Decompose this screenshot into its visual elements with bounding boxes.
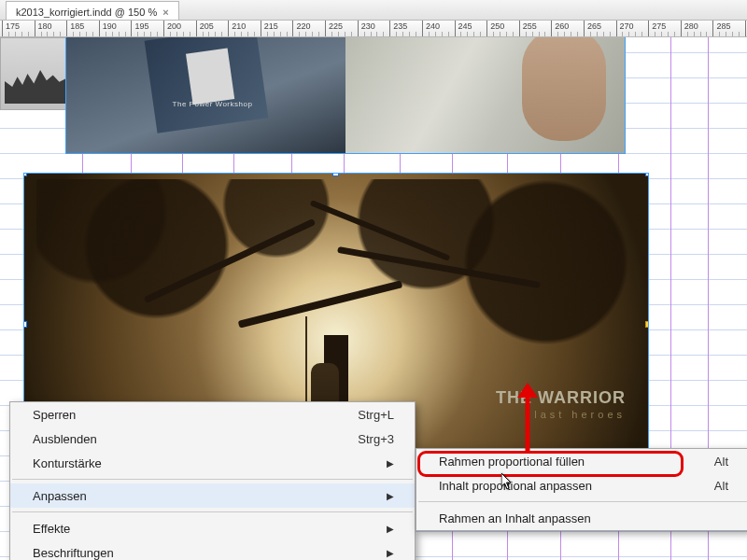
menu-separator <box>12 511 413 512</box>
resize-handle[interactable] <box>645 173 649 176</box>
menu-item-shortcut: Strg+3 <box>320 432 394 446</box>
resize-handle[interactable] <box>23 321 27 328</box>
panel-thumbnail <box>0 37 73 110</box>
menu-item-label: Sperren <box>33 408 76 422</box>
menu-item-label: Konturstärke <box>33 456 102 470</box>
menu-item-label: Inhalt proportional anpassen <box>439 479 592 493</box>
context-menu-item[interactable]: Effekte▶ <box>10 516 415 540</box>
image-overlay-subtitle: last heroes <box>534 409 626 420</box>
layout-canvas[interactable]: The Power Workshop THE WARRIOR last hero… <box>0 37 747 560</box>
close-icon[interactable]: × <box>162 7 168 18</box>
book-caption: The Power Workshop <box>173 100 253 108</box>
context-menu-item[interactable]: Konturstärke▶ <box>10 451 415 475</box>
context-menu-item[interactable]: Anpassen▶ <box>10 483 415 508</box>
menu-item-label: Ausblenden <box>33 432 97 446</box>
document-tab-bar: k2013_korrigiert.indd @ 150 % × <box>0 0 747 21</box>
menu-item-label: Beschriftungen <box>33 546 114 560</box>
document-tab[interactable]: k2013_korrigiert.indd @ 150 % × <box>6 1 179 20</box>
menu-item-shortcut: Alt <box>677 455 728 469</box>
submenu-item[interactable]: Rahmen an Inhalt anpassen <box>416 506 747 530</box>
context-submenu-anpassen[interactable]: Rahmen proportional füllenAltInhalt prop… <box>416 448 747 531</box>
arm-graphic <box>522 37 606 141</box>
menu-separator <box>418 501 747 502</box>
menu-item-label: Anpassen <box>33 489 87 503</box>
submenu-arrow-icon: ▶ <box>349 524 394 534</box>
horizontal-ruler[interactable]: 1751801851901952002052102152202252302352… <box>0 21 747 37</box>
image-overlay-title: THE WARRIOR <box>496 388 626 408</box>
resize-handle[interactable] <box>645 321 649 328</box>
menu-separator <box>12 479 413 480</box>
context-menu-item[interactable]: AusblendenStrg+3 <box>10 427 415 451</box>
context-menu-item[interactable]: Beschriftungen▶ <box>10 540 415 560</box>
context-menu-item[interactable]: SperrenStrg+L <box>10 402 415 427</box>
book-graphic <box>144 37 268 133</box>
submenu-arrow-icon: ▶ <box>349 548 394 558</box>
image-frame-top[interactable]: The Power Workshop <box>65 37 626 154</box>
submenu-item[interactable]: Rahmen proportional füllenAlt <box>416 449 747 473</box>
menu-item-shortcut: Alt <box>677 479 728 493</box>
menu-item-label: Rahmen an Inhalt anpassen <box>439 511 591 525</box>
context-menu[interactable]: SperrenStrg+LAusblendenStrg+3Konturstärk… <box>9 401 416 560</box>
resize-handle[interactable] <box>23 173 27 176</box>
resize-handle[interactable] <box>332 173 339 176</box>
submenu-arrow-icon: ▶ <box>349 458 394 469</box>
submenu-item[interactable]: Inhalt proportional anpassenAlt <box>416 473 747 497</box>
submenu-arrow-icon: ▶ <box>349 491 394 501</box>
menu-item-label: Effekte <box>33 522 70 536</box>
menu-item-label: Rahmen proportional füllen <box>439 455 585 469</box>
menu-item-shortcut: Strg+L <box>320 408 394 422</box>
document-tab-title: k2013_korrigiert.indd @ 150 % <box>16 7 157 18</box>
